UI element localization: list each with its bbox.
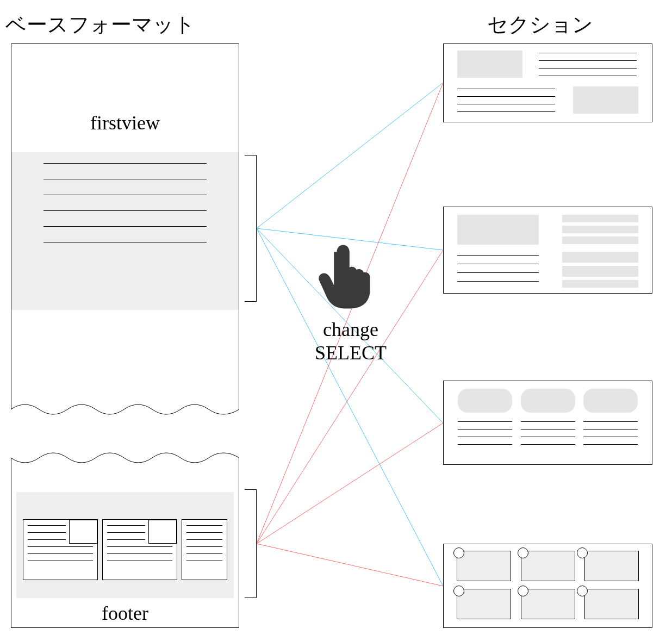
bracket-slot-1 bbox=[245, 155, 257, 302]
footer-card-image bbox=[69, 520, 97, 544]
section-option-4[interactable] bbox=[443, 544, 652, 628]
footer-card bbox=[102, 519, 177, 580]
change-select-label: change SELECT bbox=[296, 318, 405, 365]
footer-card-image bbox=[148, 520, 177, 544]
content-lines bbox=[43, 163, 207, 299]
content-slot-2 bbox=[16, 492, 234, 598]
footer-card-small bbox=[182, 519, 227, 580]
svg-line-6 bbox=[257, 423, 443, 544]
heading-base-format: ベースフォーマット bbox=[5, 11, 195, 39]
svg-line-4 bbox=[257, 83, 443, 544]
footer-label: footer bbox=[11, 602, 239, 625]
base-format-bottom-panel: footer bbox=[11, 449, 239, 628]
section-option-2[interactable] bbox=[443, 207, 652, 294]
change-text: change bbox=[323, 319, 378, 340]
firstview-label: firstview bbox=[11, 111, 239, 134]
svg-line-0 bbox=[257, 83, 443, 228]
bracket-slot-2 bbox=[245, 489, 257, 598]
tear-edge-top bbox=[11, 448, 239, 468]
base-format-top-panel: firstview bbox=[11, 43, 239, 419]
svg-line-7 bbox=[257, 544, 443, 586]
pointer-hand-icon bbox=[310, 239, 381, 310]
section-option-3[interactable] bbox=[443, 381, 652, 465]
tear-edge-bottom bbox=[11, 400, 239, 419]
heading-section: セクション bbox=[487, 11, 593, 39]
select-text: SELECT bbox=[315, 342, 387, 364]
section-option-1[interactable] bbox=[443, 43, 652, 122]
footer-card bbox=[23, 519, 98, 580]
